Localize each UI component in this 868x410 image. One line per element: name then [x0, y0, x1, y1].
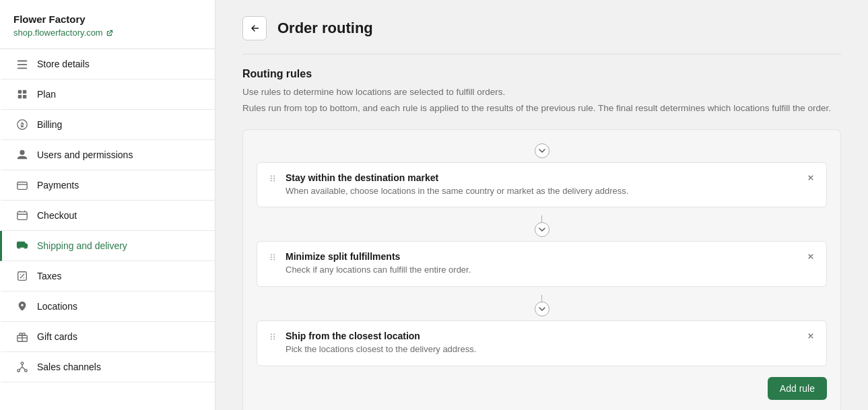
rule-wrapper-2: Minimize split fulfillments Check if any… — [257, 222, 827, 287]
sales-icon — [15, 360, 29, 374]
location-icon — [15, 300, 29, 313]
svg-point-4 — [18, 120, 27, 129]
sidebar-item-taxes[interactable]: Taxes — [0, 261, 215, 292]
sidebar-item-locations[interactable]: Locations — [0, 292, 215, 322]
rule-title-2: Minimize split fulfillments — [286, 251, 798, 262]
sidebar-label: Shipping and delivery — [37, 240, 127, 251]
rule-desc-3: Pick the locations closest to the delive… — [286, 343, 798, 356]
page-header: Order routing — [242, 16, 841, 55]
rule-wrapper-3: Ship from the closest location Pick the … — [257, 302, 827, 366]
svg-point-10 — [18, 370, 20, 372]
rule-toggle-3[interactable] — [535, 302, 549, 316]
rule-desc-2: Check if any locations can fulfill the e… — [286, 264, 798, 277]
sidebar-label: Taxes — [37, 271, 62, 281]
store-icon — [15, 57, 29, 71]
rule-toggle-2[interactable] — [535, 222, 549, 237]
svg-point-15 — [273, 177, 275, 178]
billing-icon — [15, 118, 29, 131]
external-link-icon — [106, 29, 114, 37]
connector-line-1 — [541, 215, 543, 222]
sidebar-nav: Store details Plan Billing Users and per… — [0, 48, 215, 410]
drag-handle-2[interactable] — [268, 251, 277, 265]
sidebar-label: Plan — [37, 89, 56, 100]
rule-content-2: Minimize split fulfillments Check if any… — [286, 251, 798, 277]
rule-close-3[interactable] — [806, 331, 815, 343]
svg-rect-6 — [18, 212, 27, 220]
rule-card-1: Stay within the destination market When … — [257, 162, 827, 208]
routing-rules-section: Routing rules Use rules to determine how… — [242, 68, 841, 410]
rule-content-3: Ship from the closest location Pick the … — [286, 331, 798, 356]
rule-desc-1: When available, choose locations in the … — [286, 185, 798, 198]
rule-card-2: Minimize split fulfillments Check if any… — [257, 241, 827, 287]
svg-point-25 — [273, 334, 275, 335]
rule-connector-1 — [257, 143, 827, 158]
svg-rect-5 — [18, 182, 27, 190]
routing-rules-title: Routing rules — [242, 68, 841, 80]
add-rule-button[interactable]: Add rule — [768, 377, 827, 400]
sidebar-label: Users and permissions — [37, 149, 133, 160]
sidebar-item-shipping[interactable]: Shipping and delivery — [0, 231, 215, 261]
rule-content-1: Stay within the destination market When … — [286, 172, 798, 198]
sidebar-label: Sales channels — [37, 362, 101, 372]
sidebar-item-gift-cards[interactable]: Gift cards — [0, 322, 215, 352]
svg-point-13 — [273, 175, 275, 176]
store-name: Flower Factory — [13, 13, 201, 25]
svg-point-11 — [25, 370, 28, 372]
svg-point-20 — [271, 257, 272, 258]
chevron-down-icon — [538, 226, 546, 234]
close-icon — [806, 331, 815, 341]
svg-point-18 — [271, 254, 272, 256]
rules-container: Stay within the destination market When … — [242, 129, 841, 411]
back-arrow-icon — [249, 23, 260, 34]
svg-rect-1 — [23, 90, 26, 94]
rule-toggle-1[interactable] — [535, 143, 549, 158]
svg-point-21 — [273, 257, 275, 258]
svg-point-14 — [271, 177, 272, 178]
svg-point-23 — [273, 259, 275, 261]
sidebar-item-users[interactable]: Users and permissions — [0, 140, 215, 170]
rule-close-2[interactable] — [806, 251, 815, 263]
close-icon — [806, 252, 815, 261]
sidebar-item-sales-channels[interactable]: Sales channels — [0, 352, 215, 382]
sidebar-label: Billing — [37, 119, 62, 130]
back-button[interactable] — [242, 16, 267, 40]
svg-point-22 — [271, 259, 272, 261]
rule-title-3: Ship from the closest location — [286, 331, 798, 341]
chevron-down-icon — [538, 147, 546, 155]
sidebar-item-billing[interactable]: Billing — [0, 110, 215, 140]
rule-wrapper-1: Stay within the destination market When … — [257, 143, 827, 208]
payments-icon — [15, 178, 29, 192]
routing-rules-desc1: Use rules to determine how locations are… — [242, 86, 841, 99]
svg-rect-2 — [18, 95, 22, 98]
sidebar-item-payments[interactable]: Payments — [0, 170, 215, 201]
sidebar-item-checkout[interactable]: Checkout — [0, 201, 215, 231]
checkout-icon — [15, 209, 29, 222]
drag-icon — [268, 252, 277, 262]
svg-point-17 — [273, 180, 275, 181]
svg-point-16 — [271, 180, 272, 181]
sidebar-header: Flower Factory shop.flowerfactory.com — [0, 0, 215, 48]
gift-icon — [15, 330, 29, 343]
svg-rect-0 — [18, 90, 22, 94]
user-icon — [15, 148, 29, 162]
add-rule-row: Add rule — [257, 377, 827, 400]
sidebar: Flower Factory shop.flowerfactory.com St… — [0, 0, 215, 410]
drag-handle-1[interactable] — [268, 172, 277, 186]
store-link[interactable]: shop.flowerfactory.com — [13, 28, 201, 38]
drag-handle-3[interactable] — [268, 331, 277, 344]
sidebar-item-store-details[interactable]: Store details — [0, 49, 215, 79]
rule-connector-3 — [257, 302, 827, 316]
sidebar-label: Locations — [37, 301, 77, 312]
sidebar-item-plan[interactable]: Plan — [0, 79, 215, 110]
shipping-icon — [15, 239, 29, 252]
drag-icon — [268, 174, 277, 183]
svg-point-24 — [271, 334, 272, 335]
rule-connector-2 — [257, 222, 827, 237]
rule-close-1[interactable] — [806, 172, 815, 184]
svg-point-29 — [273, 339, 275, 340]
plan-icon — [15, 88, 29, 101]
sidebar-label: Gift cards — [37, 331, 77, 342]
connector-line-2 — [541, 295, 543, 302]
page-title: Order routing — [277, 20, 373, 37]
svg-point-12 — [271, 175, 272, 176]
